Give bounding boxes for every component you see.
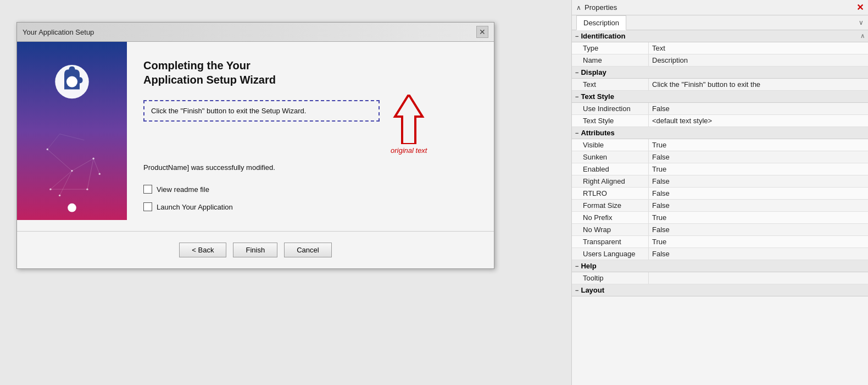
panel-header-left: ∧ Properties (576, 3, 617, 12)
checkbox-launch-row: Launch Your Application (143, 202, 477, 211)
svg-line-1 (72, 158, 93, 170)
prop-value-users-language: False (649, 248, 868, 260)
identification-collapse-icon[interactable]: − (575, 33, 578, 40)
section-help: − Help (572, 260, 868, 272)
svg-point-10 (71, 170, 73, 172)
prop-name-visible: Visible (572, 139, 649, 151)
prop-row-right-aligned: Right Aligned False (572, 175, 868, 188)
cancel-button[interactable]: Cancel (284, 243, 331, 257)
red-arrow-icon (392, 95, 425, 144)
prop-name-format-size: Format Size (572, 200, 649, 211)
prop-value-no-prefix: True (649, 212, 868, 223)
panel-tab-bar: Description ∨ (572, 15, 868, 30)
panel-title: Properties (585, 3, 617, 12)
dialog-content: Completing the YourApplication Setup Wiz… (127, 42, 494, 220)
checkbox-readme-label: View readme file (157, 185, 209, 194)
svg-point-16 (68, 204, 76, 212)
prop-name-no-wrap: No Wrap (572, 224, 649, 235)
checkbox-readme-row: View readme file (143, 185, 477, 194)
svg-line-3 (51, 171, 72, 190)
prop-value-tooltip (649, 272, 868, 284)
svg-line-8 (60, 134, 85, 140)
tab-description[interactable]: Description (576, 15, 626, 30)
section-attributes: − Attributes (572, 127, 868, 139)
attributes-collapse-icon[interactable]: − (575, 130, 578, 136)
prop-value-enabled: True (649, 163, 868, 175)
prop-name-users-language: Users Language (572, 248, 649, 260)
finish-button[interactable]: Finish (233, 243, 277, 257)
prop-row-type: Type Text (572, 42, 868, 54)
section-text-style-label: Text Style (581, 92, 614, 101)
prop-value-sunken: False (649, 151, 868, 163)
svg-point-13 (49, 188, 51, 190)
prop-row-text: Text Click the "Finish" button to exit t… (572, 79, 868, 91)
tab-chevron-icon: ∨ (859, 19, 864, 26)
checkbox-readme[interactable] (143, 185, 152, 194)
dialog-title: Your Application Setup (23, 28, 94, 36)
text-style-collapse-icon[interactable]: − (575, 94, 578, 100)
prop-value-format-size: False (649, 200, 868, 211)
properties-table: − Identification ∧ Type Text Name Descri… (572, 30, 868, 385)
prop-value-visible: True (649, 139, 868, 151)
prop-name-tooltip: Tooltip (572, 272, 649, 284)
svg-point-9 (47, 148, 48, 150)
help-collapse-icon[interactable]: − (575, 263, 578, 270)
section-display: − Display (572, 67, 868, 79)
svg-line-2 (87, 158, 93, 189)
prop-name-use-indirection: Use Indirection (572, 103, 649, 114)
setup-dialog: Your Application Setup ✕ (16, 22, 494, 269)
dialog-close-button[interactable]: ✕ (476, 26, 488, 38)
section-attributes-label: Attributes (581, 129, 614, 137)
svg-line-6 (93, 158, 99, 174)
properties-panel: ∧ Properties ✕ Description ∨ − Identific… (571, 0, 868, 385)
dialog-titlebar: Your Application Setup ✕ (17, 23, 494, 42)
section-text-style: − Text Style (572, 91, 868, 103)
svg-line-0 (47, 150, 72, 171)
prop-value-no-wrap: False (649, 224, 868, 235)
dialog-footer: < Back Finish Cancel (17, 231, 494, 268)
layout-collapse-icon[interactable]: − (575, 287, 578, 294)
prop-name-no-prefix: No Prefix (572, 212, 649, 223)
prop-name-rtlro: RTLRO (572, 188, 649, 199)
description-box: Click the "Finish" button to exit the Se… (143, 100, 380, 122)
prop-name-type: Type (572, 42, 649, 54)
prop-row-sunken: Sunken False (572, 151, 868, 163)
prop-name-sunken: Sunken (572, 151, 649, 163)
prop-row-users-language: Users Language False (572, 248, 868, 260)
checkbox-launch-label: Launch Your Application (157, 203, 233, 211)
prop-value-right-aligned: False (649, 175, 868, 187)
dialog-banner (17, 42, 127, 220)
description-text: Click the "Finish" button to exit the Se… (151, 107, 306, 115)
section-layout-label: Layout (581, 286, 604, 294)
prop-row-format-size: Format Size False (572, 200, 868, 212)
prop-row-text-style: Text Style <default text style> (572, 115, 868, 127)
prop-row-rtlro: RTLRO False (572, 188, 868, 200)
prop-name-transparent: Transparent (572, 236, 649, 248)
modified-text: ProductName] was successfully modified. (143, 163, 477, 172)
prop-name-right-aligned: Right Aligned (572, 175, 649, 187)
panel-header: ∧ Properties ✕ (572, 0, 868, 15)
prop-value-name: Description (649, 54, 868, 66)
back-button[interactable]: < Back (179, 243, 226, 257)
svg-line-5 (60, 171, 72, 196)
svg-point-15 (59, 195, 60, 196)
prop-name-enabled: Enabled (572, 163, 649, 175)
svg-point-18 (66, 76, 77, 87)
section-identification-label: Identification (581, 32, 625, 40)
checkboxes-section: View readme file Launch Your Application (143, 185, 477, 220)
display-collapse-icon[interactable]: − (575, 69, 578, 76)
prop-row-transparent: Transparent True (572, 236, 868, 248)
panel-collapse-button[interactable]: ∧ (576, 4, 581, 12)
svg-line-7 (47, 134, 59, 150)
prop-row-visible: Visible True (572, 139, 868, 151)
checkbox-launch[interactable] (143, 202, 152, 211)
dialog-body: Completing the YourApplication Setup Wiz… (17, 42, 494, 220)
prop-value-text-style: <default text style> (649, 115, 868, 127)
original-text-annotation: original text (391, 146, 427, 155)
wizard-heading: Completing the YourApplication Setup Wiz… (143, 58, 477, 87)
section-layout: − Layout (572, 284, 868, 296)
prop-value-type: Text (649, 42, 868, 54)
prop-name-text-style: Text Style (572, 115, 649, 127)
svg-point-11 (92, 158, 94, 160)
panel-close-button[interactable]: ✕ (856, 2, 864, 13)
